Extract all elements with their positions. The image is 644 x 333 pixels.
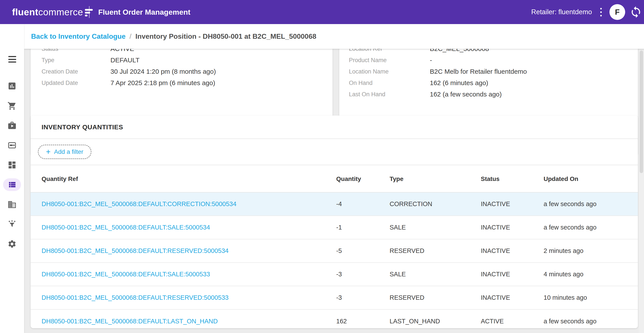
updated-on-cell: a few seconds ago: [544, 200, 638, 208]
detail-value: 30 Jul 2024 1:20 pm (8 months ago): [110, 68, 216, 75]
logo-text-bold: fluent: [12, 7, 38, 18]
status-cell: ACTIVE: [481, 318, 544, 325]
avatar[interactable]: F: [610, 4, 625, 20]
filter-bar: + Add a filter: [30, 139, 638, 165]
sidebar-item-analytics[interactable]: [0, 80, 24, 92]
detail-row: On Hand 162 (6 minutes ago): [339, 77, 638, 88]
status-cell: INACTIVE: [481, 294, 544, 301]
refresh-icon[interactable]: [630, 6, 642, 18]
sidebar-item-dashboard[interactable]: [0, 158, 24, 172]
type-cell: CORRECTION: [390, 200, 481, 208]
detail-row: Location Name B2C Melb for Retailer flue…: [339, 66, 638, 77]
detail-label: On Hand: [349, 80, 430, 86]
add-filter-button[interactable]: + Add a filter: [38, 144, 92, 159]
page-title: Inventory Position - DH8050-001 at B2C_M…: [136, 32, 316, 40]
breadcrumb: Back to Inventory Catalogue / Inventory …: [24, 24, 644, 49]
quantity-cell: -5: [336, 247, 390, 254]
hamburger-menu-icon[interactable]: [8, 56, 16, 62]
col-header-quantity: Quantity: [336, 176, 390, 192]
logo-mark-icon: [85, 9, 93, 16]
fluentcommerce-logo: fluentcommerce: [12, 0, 93, 24]
detail-label: Last On Hand: [349, 91, 430, 98]
scrollbar-track: [639, 49, 644, 333]
detail-label: Product Name: [349, 57, 430, 64]
detail-value: 162 (a few seconds ago): [430, 90, 502, 98]
app-header: fluentcommerce Fluent Order Management R…: [0, 0, 644, 24]
gear-icon: [8, 239, 16, 248]
status-cell: INACTIVE: [481, 224, 544, 231]
col-header-updated-on: Updated On: [544, 176, 638, 192]
table-row[interactable]: DH8050-001:B2C_MEL_5000068:DEFAULT:RESER…: [30, 239, 638, 263]
shopping-cart-icon: [8, 101, 16, 110]
detail-row: Product Name -: [339, 54, 638, 66]
section-title: INVENTORY QUANTITIES: [42, 124, 123, 131]
content-area: Status ACTIVE Type DEFAULT Creation Date…: [24, 49, 644, 333]
breadcrumb-separator: /: [130, 32, 132, 40]
detail-value: 162 (6 minutes ago): [430, 79, 488, 87]
quantity-ref-link[interactable]: DH8050-001:B2C_MEL_5000068:DEFAULT:RESER…: [42, 247, 228, 254]
type-cell: RESERVED: [390, 294, 481, 301]
type-cell: RESERVED: [390, 247, 481, 254]
app-title: Fluent Order Management: [98, 0, 190, 24]
bar-chart-icon: [8, 82, 16, 90]
sidebar-item-orders[interactable]: [0, 99, 24, 112]
detail-row: Last On Hand 162 (a few seconds ago): [339, 88, 638, 100]
breadcrumb-back-link[interactable]: Back to Inventory Catalogue: [31, 32, 126, 40]
updated-on-cell: a few seconds ago: [544, 224, 638, 231]
table-header-row: Quantity Ref Quantity Type Status Update…: [30, 165, 638, 192]
kebab-menu-icon[interactable]: [598, 0, 604, 24]
logo-text-light: commerce: [38, 7, 83, 18]
quantity-ref-link[interactable]: DH8050-001:B2C_MEL_5000068:DEFAULT:SALE:…: [42, 271, 210, 278]
detail-row: Type DEFAULT: [30, 54, 332, 66]
section-header: INVENTORY QUANTITIES: [30, 116, 638, 139]
updated-on-cell: 2 minutes ago: [544, 247, 638, 254]
status-cell: INACTIVE: [481, 200, 544, 208]
quantity-cell: -4: [336, 200, 390, 208]
quantity-cell: -3: [336, 294, 390, 301]
table-row[interactable]: DH8050-001:B2C_MEL_5000068:DEFAULT:SALE:…: [30, 263, 638, 286]
detail-row: Updated Date 7 Apr 2025 2:18 pm (6 minut…: [30, 77, 332, 88]
quantity-ref-link[interactable]: DH8050-001:B2C_MEL_5000068:DEFAULT:LAST_…: [42, 318, 218, 325]
sidebar-item-inventory[interactable]: [3, 178, 21, 191]
updated-on-cell: a few seconds ago: [544, 318, 638, 325]
detail-value: B2C Melb for Retailer fluentdemo: [430, 68, 527, 75]
quantity-ref-link[interactable]: DH8050-001:B2C_MEL_5000068:DEFAULT:RESER…: [42, 294, 228, 301]
retailer-label: Retailer: fluentdemo: [531, 0, 592, 24]
detail-row: Creation Date 30 Jul 2024 1:20 pm (8 mon…: [30, 66, 332, 77]
table-row[interactable]: DH8050-001:B2C_MEL_5000068:DEFAULT:CORRE…: [30, 192, 638, 216]
sidebar: [0, 24, 24, 333]
briefcase-play-icon: [8, 121, 16, 130]
detail-label: Updated Date: [42, 80, 110, 86]
quantity-ref-link[interactable]: DH8050-001:B2C_MEL_5000068:DEFAULT:SALE:…: [42, 224, 210, 231]
sidebar-item-insights[interactable]: [0, 218, 24, 231]
funnel-sparkle-icon: [8, 220, 16, 229]
detail-label: Creation Date: [42, 68, 110, 75]
col-header-status: Status: [481, 176, 544, 192]
updated-on-cell: 4 minutes ago: [544, 271, 638, 278]
sidebar-item-locations[interactable]: [0, 198, 24, 211]
building-icon: [8, 200, 16, 209]
list-icon: [8, 180, 16, 189]
inventory-position-page: Status ACTIVE Type DEFAULT Creation Date…: [0, 0, 644, 333]
sidebar-item-settings[interactable]: [0, 238, 24, 250]
scrollbar-thumb[interactable]: [640, 50, 643, 173]
detail-label: Location Name: [349, 68, 430, 75]
quantity-cell: -3: [336, 271, 390, 278]
card-panel-icon: [8, 141, 16, 150]
table-row[interactable]: DH8050-001:B2C_MEL_5000068:DEFAULT:SALE:…: [30, 216, 638, 239]
status-cell: INACTIVE: [481, 247, 544, 254]
col-header-quantity-ref: Quantity Ref: [30, 176, 336, 192]
plus-icon: +: [46, 148, 50, 156]
updated-on-cell: 10 minutes ago: [544, 294, 638, 301]
sidebar-item-billing[interactable]: [0, 139, 24, 152]
header-divider: [89, 6, 90, 18]
detail-value: -: [430, 56, 432, 64]
inventory-quantities-card: INVENTORY QUANTITIES + Add a filter Quan…: [30, 116, 638, 328]
sidebar-item-fulfilment[interactable]: [0, 119, 24, 132]
quantity-ref-link[interactable]: DH8050-001:B2C_MEL_5000068:DEFAULT:CORRE…: [42, 200, 236, 208]
table-row[interactable]: DH8050-001:B2C_MEL_5000068:DEFAULT:RESER…: [30, 286, 638, 310]
col-header-type: Type: [390, 176, 481, 192]
detail-value: 7 Apr 2025 2:18 pm (6 minutes ago): [110, 79, 215, 87]
type-cell: LAST_ON_HAND: [390, 318, 481, 325]
table-row[interactable]: DH8050-001:B2C_MEL_5000068:DEFAULT:LAST_…: [30, 310, 638, 328]
